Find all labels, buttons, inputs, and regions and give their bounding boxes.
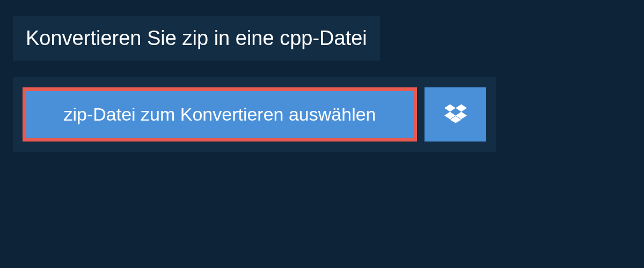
select-file-label: zip-Datei zum Konvertieren auswählen: [63, 104, 376, 125]
converter-panel: Konvertieren Sie zip in eine cpp-Datei z…: [0, 0, 644, 168]
select-file-button[interactable]: zip-Datei zum Konvertieren auswählen: [23, 87, 417, 142]
page-title: Konvertieren Sie zip in eine cpp-Datei: [26, 27, 367, 50]
heading-bar: Konvertieren Sie zip in eine cpp-Datei: [13, 16, 380, 61]
dropbox-button[interactable]: [425, 87, 486, 142]
dropbox-icon: [444, 102, 467, 126]
file-select-row: zip-Datei zum Konvertieren auswählen: [13, 77, 496, 152]
